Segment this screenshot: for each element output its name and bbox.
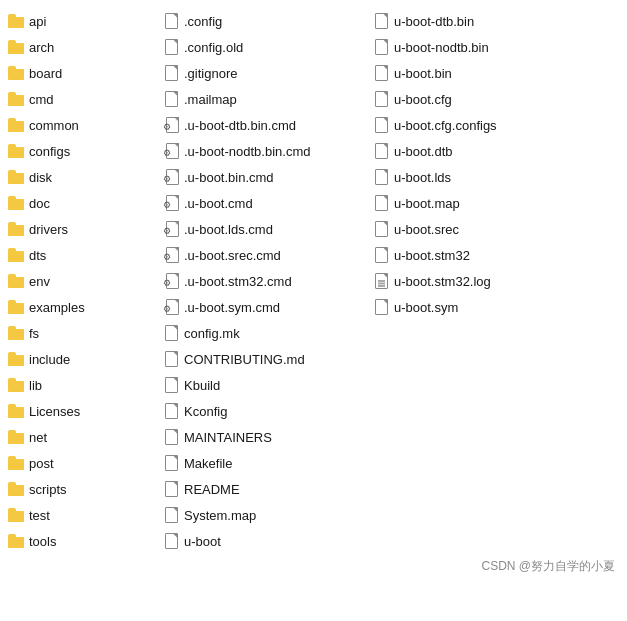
list-item[interactable]: u-boot.dtb [369, 138, 599, 164]
item-label: configs [29, 144, 70, 159]
item-label: lib [29, 378, 42, 393]
file-icon [163, 39, 179, 55]
item-label: .u-boot-dtb.bin.cmd [184, 118, 296, 133]
list-item[interactable]: net [4, 424, 159, 450]
list-item[interactable]: lib [4, 372, 159, 398]
list-item[interactable]: u-boot.bin [369, 60, 599, 86]
list-item[interactable]: test [4, 502, 159, 528]
item-label: Licenses [29, 404, 80, 419]
list-item[interactable]: post [4, 450, 159, 476]
item-label: u-boot-nodtb.bin [394, 40, 489, 55]
folder-icon [8, 377, 24, 393]
list-item[interactable]: .config.old [159, 34, 369, 60]
folder-icon [8, 221, 24, 237]
list-item[interactable]: doc [4, 190, 159, 216]
folder-icon [8, 429, 24, 445]
file-icon [163, 455, 179, 471]
item-label: env [29, 274, 50, 289]
list-item[interactable]: ⚙.u-boot.srec.cmd [159, 242, 369, 268]
list-item[interactable]: configs [4, 138, 159, 164]
folder-icon [8, 455, 24, 471]
list-item[interactable]: cmd [4, 86, 159, 112]
file-icon [163, 351, 179, 367]
list-item[interactable]: u-boot.srec [369, 216, 599, 242]
item-label: u-boot.srec [394, 222, 459, 237]
file-icon [373, 195, 389, 211]
list-item[interactable]: ⚙.u-boot.cmd [159, 190, 369, 216]
list-item[interactable]: examples [4, 294, 159, 320]
list-item[interactable]: arch [4, 34, 159, 60]
folder-icon [8, 507, 24, 523]
item-label: include [29, 352, 70, 367]
item-label: u-boot.cfg.configs [394, 118, 497, 133]
list-item[interactable]: board [4, 60, 159, 86]
file-icon [163, 13, 179, 29]
list-item[interactable]: System.map [159, 502, 369, 528]
list-item[interactable]: common [4, 112, 159, 138]
file-gear-icon: ⚙ [163, 143, 179, 159]
item-label: System.map [184, 508, 256, 523]
list-item[interactable]: env [4, 268, 159, 294]
list-item[interactable]: include [4, 346, 159, 372]
item-label: test [29, 508, 50, 523]
list-item[interactable]: u-boot.map [369, 190, 599, 216]
list-item[interactable]: u-boot.cfg [369, 86, 599, 112]
folder-icon [8, 143, 24, 159]
item-label: Kconfig [184, 404, 227, 419]
list-item[interactable]: disk [4, 164, 159, 190]
list-item[interactable]: scripts [4, 476, 159, 502]
list-item[interactable]: u-boot.stm32.log [369, 268, 599, 294]
folder-icon [8, 299, 24, 315]
list-item[interactable]: ⚙.u-boot.lds.cmd [159, 216, 369, 242]
list-item[interactable]: fs [4, 320, 159, 346]
item-label: tools [29, 534, 56, 549]
list-item[interactable]: .config [159, 8, 369, 34]
list-item[interactable]: Makefile [159, 450, 369, 476]
item-label: disk [29, 170, 52, 185]
list-item[interactable]: ⚙.u-boot-nodtb.bin.cmd [159, 138, 369, 164]
list-item[interactable]: tools [4, 528, 159, 554]
list-item[interactable]: ⚙.u-boot.sym.cmd [159, 294, 369, 320]
folder-icon [8, 533, 24, 549]
list-item[interactable]: api [4, 8, 159, 34]
list-item[interactable]: Licenses [4, 398, 159, 424]
folder-icon [8, 65, 24, 81]
item-label: u-boot.stm32 [394, 248, 470, 263]
item-label: post [29, 456, 54, 471]
list-item[interactable]: u-boot.sym [369, 294, 599, 320]
item-label: Kbuild [184, 378, 220, 393]
item-label: .mailmap [184, 92, 237, 107]
list-item[interactable]: drivers [4, 216, 159, 242]
item-label: u-boot.sym [394, 300, 458, 315]
list-item[interactable]: MAINTAINERS [159, 424, 369, 450]
list-item[interactable]: .gitignore [159, 60, 369, 86]
list-item[interactable]: ⚙.u-boot.bin.cmd [159, 164, 369, 190]
item-label: .u-boot.sym.cmd [184, 300, 280, 315]
file-icon [373, 143, 389, 159]
item-label: CONTRIBUTING.md [184, 352, 305, 367]
list-item[interactable]: u-boot.stm32 [369, 242, 599, 268]
list-item[interactable]: u-boot [159, 528, 369, 554]
file-icon [163, 65, 179, 81]
list-item[interactable]: ⚙.u-boot-dtb.bin.cmd [159, 112, 369, 138]
list-item[interactable]: README [159, 476, 369, 502]
file-gear-icon: ⚙ [163, 117, 179, 133]
list-item[interactable]: u-boot-dtb.bin [369, 8, 599, 34]
list-item[interactable]: u-boot.cfg.configs [369, 112, 599, 138]
list-item[interactable]: u-boot-nodtb.bin [369, 34, 599, 60]
item-label: Makefile [184, 456, 232, 471]
list-item[interactable]: u-boot.lds [369, 164, 599, 190]
list-item[interactable]: ⚙.u-boot.stm32.cmd [159, 268, 369, 294]
list-item[interactable]: CONTRIBUTING.md [159, 346, 369, 372]
item-label: .gitignore [184, 66, 237, 81]
column-2: .config.config.old.gitignore.mailmap⚙.u-… [159, 8, 369, 554]
list-item[interactable]: Kbuild [159, 372, 369, 398]
list-item[interactable]: dts [4, 242, 159, 268]
list-item[interactable]: Kconfig [159, 398, 369, 424]
file-gear-icon: ⚙ [163, 273, 179, 289]
item-label: u-boot.map [394, 196, 460, 211]
list-item[interactable]: .mailmap [159, 86, 369, 112]
item-label: .u-boot.cmd [184, 196, 253, 211]
item-label: scripts [29, 482, 67, 497]
list-item[interactable]: config.mk [159, 320, 369, 346]
